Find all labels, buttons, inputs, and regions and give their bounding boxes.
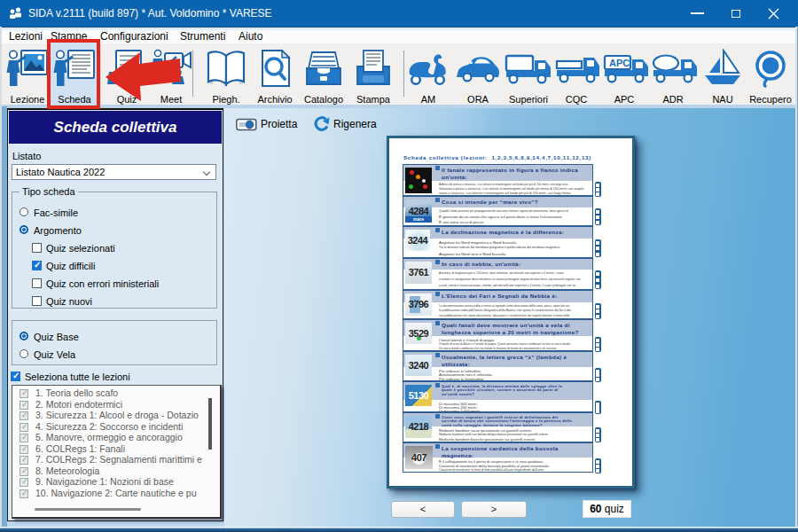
svg-text:APC: APC: [609, 58, 630, 68]
